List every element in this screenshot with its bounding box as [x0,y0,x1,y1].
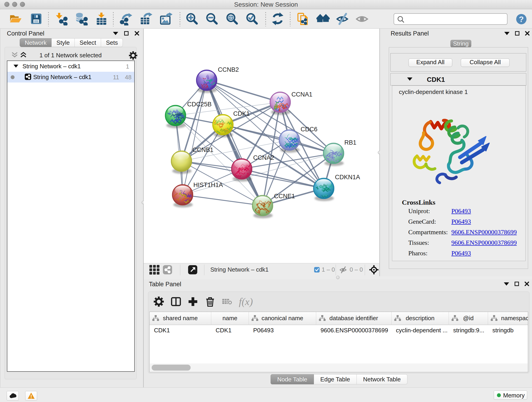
control-panel-tab-style[interactable]: Style [51,38,75,47]
help-button[interactable]: ? [516,14,526,24]
network-options-gear-icon[interactable] [128,51,138,60]
crosslink-link[interactable]: P06493 [451,249,471,257]
import-network-from-file-icon[interactable] [55,12,68,26]
crosslink-link[interactable]: 9606.ENSP00000378699 [451,239,517,246]
hide-selected-icon[interactable] [336,12,349,26]
table-settings-gear-icon[interactable] [153,296,164,307]
column-label: name [211,315,249,322]
node-section-header[interactable]: CDK1 [390,73,526,85]
horizontal-splitter[interactable] [144,276,532,279]
hscrollbar-thumb[interactable] [152,365,191,370]
node-details: cyclin-dependent kinase 1 [392,85,526,261]
node-CDC6[interactable]: CDC6 [279,126,317,153]
column-header-namespace[interactable]: namespace [488,312,528,325]
expand-all-button[interactable]: Expand All [409,58,452,67]
export-network-icon[interactable] [119,12,133,26]
close-panel-icon[interactable] [525,31,530,36]
save-session-icon[interactable] [30,12,43,26]
zoom-fit-icon[interactable] [225,12,239,26]
column-header-database-identifier[interactable]: database identifier [316,312,392,325]
cloud-status-button[interactable] [7,391,19,401]
section-collapse-icon[interactable] [407,77,412,81]
search-icon [397,16,405,23]
panel-menu-icon[interactable] [113,32,118,35]
table-hscrollbar[interactable] [150,364,528,372]
split-table-icon[interactable] [171,296,181,307]
column-header-description[interactable]: description [392,312,449,325]
grid-view-icon[interactable] [149,264,160,275]
table-tab-edge-table[interactable]: Edge Table [314,374,357,384]
title-bar: Session: New Session [0,0,532,9]
crosslink-label: Pharos: [408,249,428,257]
column-label: @id [449,315,488,322]
network-canvas[interactable]: CCNB2CCNA1CDC25BCDK1CDC6RB1CCNB1CCNA2CDK… [144,29,380,263]
network-collection-row[interactable]: String Network – cdk1 1 [7,61,134,72]
node-CCNB2[interactable]: CCNB2 [196,66,239,93]
crosslink-link[interactable]: P06493 [451,207,471,215]
bottom-splitter-knob[interactable] [336,276,340,279]
birds-eye-toggle-icon[interactable] [369,265,379,274]
close-panel-icon[interactable] [134,31,139,36]
apply-layout-icon[interactable] [271,12,284,26]
zoom-selected-icon[interactable] [245,12,259,26]
tree-expander-icon[interactable] [13,65,18,68]
export-image-icon[interactable] [159,12,173,26]
control-panel-tab-sets[interactable]: Sets [101,38,123,47]
network-tab-pane: 1 of 1 Network selected String Network –… [5,47,137,379]
table-tab-node-table[interactable]: Node Table [271,374,314,384]
selected-checkbox-icon[interactable] [314,267,320,273]
network-row[interactable]: String Network – cdk1 11 48 [7,72,134,83]
column-header-shared-name[interactable]: shared name [150,312,211,325]
memory-button[interactable]: Memory [494,390,527,400]
node-HIST1H1A[interactable]: HIST1H1A [172,182,223,207]
crosslink-link[interactable]: 9606.ENSP00000378699 [451,229,517,236]
node-RB1[interactable]: RB1 [323,139,356,166]
zoom-out-icon[interactable] [205,12,219,26]
first-neighbors-icon[interactable] [317,12,330,26]
detach-view-icon[interactable] [188,265,197,274]
import-table-from-file-icon[interactable] [95,12,108,26]
copy-style-icon[interactable] [296,12,309,26]
node-CDC25B[interactable]: CDC25B [165,101,212,128]
control-panel-tab-select[interactable]: Select [75,38,101,47]
delete-column-trash-icon[interactable] [205,296,215,307]
control-panel-tab-network[interactable]: Network [20,38,51,47]
add-column-icon[interactable] [188,296,198,307]
function-builder-icon[interactable]: f(x) [239,296,253,307]
open-session-icon[interactable] [9,12,22,26]
node-CDKN1A[interactable]: CDKN1A [313,174,360,201]
results-tab-string[interactable]: String [450,40,471,47]
control-panel-title: Control Panel [7,30,44,37]
panel-menu-icon[interactable] [504,32,510,35]
column-header-name[interactable]: name [211,312,249,325]
crosslink-row: Uniprot:P06493 [408,207,430,215]
zoom-in-icon[interactable] [185,12,199,26]
float-panel-icon[interactable] [124,31,128,36]
node-label-RB1: RB1 [344,139,356,146]
collapse-all-button[interactable]: Collapse All [461,58,510,67]
protein-structure-image [402,109,492,186]
import-network-from-database-icon[interactable] [75,12,88,26]
crosslink-label: Compartments: [408,229,448,236]
edge-HIST1H1A-CCNE1[interactable] [183,195,263,206]
node-label-CDK1: CDK1 [233,110,250,117]
float-panel-icon[interactable] [515,282,519,286]
warnings-button[interactable] [25,391,37,401]
float-panel-icon[interactable] [515,31,519,36]
search-box [394,13,507,25]
table-row[interactable]: CDK1CDK1P064939606.ENSP00000378699cyclin… [150,325,528,336]
delete-table-icon[interactable] [222,297,232,306]
edge-CCNB2-CCNA1[interactable] [207,80,280,102]
node-CCNA1[interactable]: CCNA1 [270,91,312,115]
share-view-icon[interactable] [163,265,172,274]
export-table-icon[interactable] [139,12,153,26]
node-CCNE1[interactable]: CCNE1 [252,193,295,218]
search-input[interactable] [406,15,505,23]
close-panel-icon[interactable] [525,281,529,286]
column-header-canonical-name[interactable]: canonical name [249,312,316,325]
crosslink-link[interactable]: P06493 [451,218,471,225]
column-header--id[interactable]: @id [449,312,488,325]
panel-menu-icon[interactable] [504,282,509,286]
table-tab-network-table[interactable]: Network Table [357,374,407,384]
show-all-icon[interactable] [355,12,369,26]
